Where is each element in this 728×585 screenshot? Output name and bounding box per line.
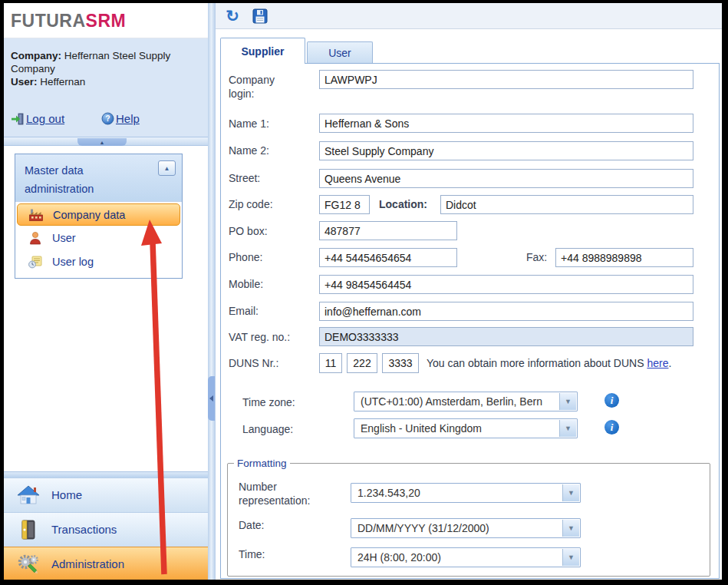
dropdown-arrow-icon[interactable]: ▼	[562, 484, 579, 501]
dropdown-arrow-icon[interactable]: ▼	[562, 549, 579, 566]
factory-icon	[28, 208, 44, 222]
dropdown-arrow-icon[interactable]: ▼	[559, 393, 576, 410]
menu-title: Master data administration	[25, 161, 147, 198]
name1-input[interactable]	[319, 114, 693, 133]
splitter-collapse-up-handle[interactable]: ▲	[77, 138, 127, 146]
email-label: Email:	[229, 304, 259, 318]
nav-item-label: Home	[51, 488, 82, 501]
time-format-value: 24H (8:00, 20:00)	[351, 548, 560, 567]
home-icon	[16, 484, 41, 506]
vat-label: VAT reg. no.:	[229, 330, 290, 344]
zip-input[interactable]	[319, 195, 370, 214]
pobox-input[interactable]	[319, 221, 457, 240]
timezone-info-icon[interactable]: i	[604, 393, 619, 408]
street-input[interactable]	[319, 169, 693, 188]
nav-item-home[interactable]: Home	[4, 478, 208, 512]
duns-part3-input[interactable]	[382, 353, 419, 373]
zip-label: Zip code:	[229, 197, 273, 211]
mobile-input[interactable]	[319, 275, 693, 294]
session-links: Log out ? Help	[11, 112, 199, 129]
tab-supplier[interactable]: Supplier	[220, 38, 305, 64]
vertical-splitter[interactable]	[208, 3, 216, 580]
dropdown-arrow-icon[interactable]: ▼	[559, 420, 576, 437]
menu-item-label: User	[52, 232, 76, 244]
duns-here-link[interactable]: here	[647, 357, 668, 369]
nav-item-administration[interactable]: Administration	[4, 547, 208, 580]
fax-input[interactable]	[555, 248, 693, 267]
info-glyph: i	[611, 395, 614, 407]
time-format-label: Time:	[239, 547, 265, 561]
save-icon	[252, 8, 268, 24]
time-format-select[interactable]: 24H (8:00, 20:00) ▼	[351, 547, 581, 567]
help-link[interactable]: ? Help	[101, 112, 140, 125]
name2-input[interactable]	[319, 141, 693, 160]
user-label: User:	[11, 76, 38, 88]
language-info-icon[interactable]: i	[604, 420, 619, 435]
location-label: Location:	[379, 197, 427, 211]
menu-items: Company data User	[15, 202, 182, 273]
menu-item-company-data[interactable]: Company data	[17, 203, 180, 226]
menu-item-label: User log	[52, 256, 94, 268]
timezone-label: Time zone:	[242, 395, 295, 409]
company-line: Company: Heffernan Steel Supply Company	[11, 49, 199, 75]
tab-user[interactable]: User	[307, 41, 373, 64]
duns-help-text: You can obtain more information about DU…	[427, 357, 671, 369]
user-icon	[28, 231, 43, 245]
street-label: Street:	[229, 171, 260, 185]
tab-label: Supplier	[241, 45, 284, 58]
horizontal-splitter[interactable]: ▲	[4, 137, 208, 146]
refresh-button[interactable]: ↻	[223, 7, 242, 25]
dropdown-arrow-icon[interactable]: ▼	[562, 520, 579, 537]
company-label: Company:	[11, 50, 61, 61]
user-line: User: Heffernan	[11, 75, 199, 88]
brand-primary: FUTURA	[11, 11, 86, 31]
formatting-fieldset: Formatting Number representation: 1.234.…	[227, 458, 710, 577]
pobox-label: PO box:	[229, 224, 268, 238]
transactions-icon	[16, 519, 41, 540]
fax-label: Fax:	[526, 250, 547, 264]
vat-input[interactable]	[319, 327, 693, 346]
phone-input[interactable]	[319, 248, 457, 267]
brand-logo: FUTURASRM	[11, 11, 126, 31]
language-select[interactable]: English - United Kingdom ▼	[354, 418, 578, 438]
logout-link[interactable]: Log out	[11, 112, 64, 125]
supplier-form-panel: Company login: Name 1: Name 2: Street: Z…	[220, 63, 720, 579]
menu-item-user-log[interactable]: User log	[15, 250, 182, 273]
nav-item-transactions[interactable]: Transactions	[4, 512, 208, 547]
date-format-value: DD/MM/YYYY (31/12/2000)	[351, 519, 560, 537]
logo-area: FUTURASRM	[4, 3, 208, 38]
nav-item-label: Administration	[51, 557, 124, 570]
info-glyph: i	[611, 421, 614, 434]
menu-item-user[interactable]: User	[15, 226, 182, 250]
location-input[interactable]	[440, 195, 693, 214]
administration-icon	[16, 554, 41, 575]
name1-label: Name 1:	[229, 117, 269, 131]
date-format-select[interactable]: DD/MM/YYYY (31/12/2000) ▼	[351, 518, 581, 538]
splitter-collapse-left-handle[interactable]	[208, 376, 215, 421]
timezone-select[interactable]: (UTC+01:00) Amsterdam, Berlin, Bern ▼	[354, 392, 578, 411]
company-login-label: Company login:	[229, 73, 298, 101]
svg-text:?: ?	[105, 114, 110, 123]
duns-part2-input[interactable]	[347, 353, 377, 373]
collapse-left-icon	[209, 395, 213, 402]
logout-icon	[11, 113, 25, 125]
duns-part1-input[interactable]	[319, 353, 342, 373]
save-button[interactable]	[251, 7, 269, 25]
name2-label: Name 2:	[229, 144, 269, 157]
duns-suffix: .	[668, 357, 671, 369]
number-representation-select[interactable]: 1.234.543,20 ▼	[351, 483, 581, 503]
help-label: Help	[116, 112, 140, 125]
nav-item-label: Transactions	[51, 523, 117, 536]
user-log-icon	[28, 255, 43, 269]
email-input[interactable]	[319, 302, 693, 321]
nav-splitter[interactable]	[4, 471, 208, 478]
company-login-input[interactable]	[319, 70, 693, 89]
toolbar: ↻	[216, 3, 722, 29]
session-info-panel: Company: Heffernan Steel Supply Company …	[4, 38, 208, 137]
refresh-icon: ↻	[226, 8, 239, 24]
menu-collapse-button[interactable]: ▲	[158, 160, 176, 176]
formatting-legend: Formatting	[234, 458, 290, 469]
collapse-up-icon: ▲	[164, 165, 170, 172]
menu-title-line1: Master data	[25, 161, 147, 180]
phone-label: Phone:	[229, 250, 262, 264]
